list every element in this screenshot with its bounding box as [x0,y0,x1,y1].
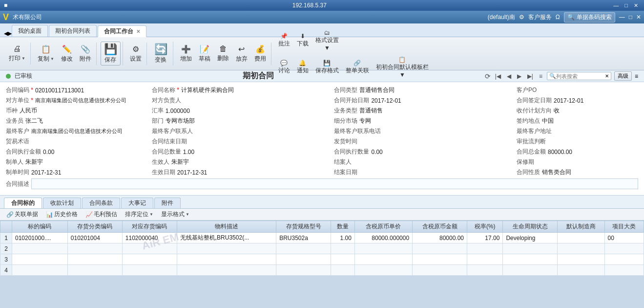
tab-nav-left[interactable]: ◀ [4,30,8,37]
clear-search-icon[interactable]: ✕ [605,73,609,79]
tab-contract-workspace[interactable]: 合同工作台 ✕ [98,25,146,37]
tab-contract-list[interactable]: 期初合同列表 [49,25,97,37]
table-row[interactable]: 1010201000....0102010041102000040无线基站整机,… [0,233,644,243]
fee-button[interactable]: 💰 费用 [251,43,269,65]
panel-tab-events[interactable]: 大事记 [121,198,153,208]
cancel-button[interactable]: ↩ 放弃 [233,43,250,65]
table-cell[interactable] [177,243,276,254]
table-cell[interactable] [354,243,412,254]
advanced-search-button[interactable]: 高级 [614,71,632,81]
table-cell[interactable]: 17.00 [467,233,503,243]
last-record-button[interactable]: ▶| [526,72,535,80]
table-cell[interactable] [276,265,331,276]
table-cell[interactable] [467,265,503,276]
nav-user-icon[interactable]: Ω [556,14,560,21]
table-cell[interactable] [12,243,68,254]
next-record-button[interactable]: ▶ [516,72,523,80]
related-docs-button[interactable]: 🔗 关联单据 [4,209,41,220]
table-cell[interactable] [604,265,644,276]
display-format-button[interactable]: 显示格式 ▼ [159,209,192,220]
table-cell[interactable]: 1.00 [331,233,355,243]
table-cell[interactable] [604,243,644,254]
table-cell[interactable]: Developing [503,233,558,243]
panel-tab-attachments[interactable]: 附件 [154,198,181,208]
table-cell[interactable] [12,265,68,276]
table-cell[interactable] [331,265,355,276]
table-cell[interactable] [122,243,177,254]
table-cell[interactable] [503,243,558,254]
table-cell[interactable] [67,254,122,265]
table-cell[interactable] [413,254,467,265]
tab-nav-right[interactable]: ▶ [8,30,12,37]
table-cell[interactable] [467,254,503,265]
table-cell[interactable] [331,254,355,265]
refresh-button[interactable]: ⟳ [485,72,491,80]
panel-tab-terms[interactable]: 合同条款 [82,198,120,208]
table-cell[interactable]: 010201004 [67,233,122,243]
table-cell[interactable] [503,265,558,276]
nav-close-btn[interactable]: ✕ [636,14,641,21]
list-search-input[interactable] [556,73,605,79]
draft-button[interactable]: 📝 草稿 [196,43,213,65]
table-cell[interactable] [276,243,331,254]
nav-search-box[interactable]: 🔍 单据条码搜索 [564,12,615,22]
table-cell[interactable]: 无线基站整机,BRU3502(... [177,233,276,243]
table-cell[interactable] [177,265,276,276]
table-cell[interactable]: 80000.000000 [354,233,412,243]
table-cell[interactable]: 00 [604,233,644,243]
format-settings-button[interactable]: 🗂 格式设置 ▼ [312,27,342,53]
table-cell[interactable] [354,265,412,276]
close-btn[interactable]: ✕ [632,2,640,9]
table-cell[interactable] [604,254,644,265]
nav-settings-icon[interactable]: ⚙ [519,14,524,21]
table-cell[interactable] [276,254,331,265]
table-cell[interactable]: 80000.00 [413,233,467,243]
tab-desktop[interactable]: 我的桌面 [12,25,48,37]
desc-input[interactable] [31,178,638,189]
estimated-button[interactable]: 📈 毛利预估 [83,209,120,220]
menu-button[interactable]: ≡ [538,72,544,80]
history-price-button[interactable]: 📊 历史价格 [43,209,80,220]
batch-button[interactable]: 📌 批注 [275,27,293,53]
table-cell[interactable] [467,243,503,254]
panel-tab-payment-plan[interactable]: 收款计划 [43,198,81,208]
table-cell[interactable] [177,254,276,265]
tab-close-icon[interactable]: ✕ [136,29,140,34]
transform-button[interactable]: 🔄 变换 [151,42,171,66]
table-cell[interactable]: 010201000.... [12,233,68,243]
table-cell[interactable] [12,254,68,265]
table-cell[interactable] [122,254,177,265]
table-cell[interactable] [122,265,177,276]
minimize-btn[interactable]: — [611,2,621,9]
edit-button[interactable]: ✏️ 修改 [58,43,76,65]
download-button[interactable]: ⬇ 下载 [294,27,312,53]
table-cell[interactable] [558,265,604,276]
nav-service[interactable]: 客户服务 [528,13,552,22]
nav-max-btn[interactable]: □ [629,14,632,21]
table-cell[interactable] [413,265,467,276]
list-search-box[interactable]: 🔍 ✕ [547,72,611,80]
copy-button[interactable]: 📋 复制 ▼ [35,43,57,65]
add-button[interactable]: ➕ 增加 [177,43,195,65]
table-cell[interactable] [67,243,122,254]
nav-min-btn[interactable]: — [619,14,625,21]
table-row[interactable]: 2 [0,243,644,254]
sort-pos-button[interactable]: 排序定位 ▼ [123,209,156,220]
table-cell[interactable] [558,254,604,265]
first-record-button[interactable]: |◀ [494,72,502,80]
table-cell[interactable] [558,233,604,243]
maximize-btn[interactable]: □ [623,2,630,9]
delete-button[interactable]: 🗑 删除 [214,43,232,65]
table-row[interactable]: 3 [0,254,644,265]
table-cell[interactable] [67,265,122,276]
prev-record-button[interactable]: ◀ [505,72,513,80]
table-cell[interactable] [558,243,604,254]
table-cell[interactable] [413,243,467,254]
settings-button[interactable]: ⚙ 设置 [127,43,145,65]
table-cell[interactable] [354,254,412,265]
save-button[interactable]: 💾 保存 [101,42,121,66]
panel-tab-contract-items[interactable]: 合同标的 [4,198,42,208]
attach-button[interactable]: 📎 附件 [77,43,94,65]
table-cell[interactable]: 1102000040 [122,233,177,243]
print-button[interactable]: 🖨 打印 ▼ [6,43,28,65]
